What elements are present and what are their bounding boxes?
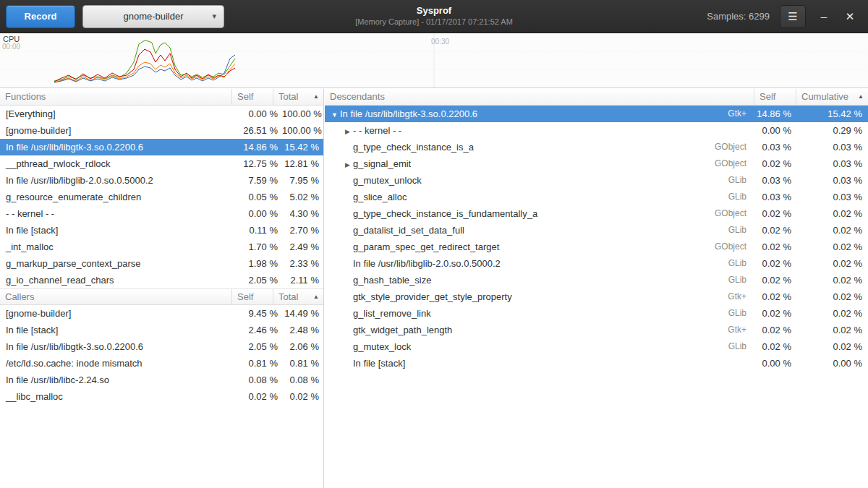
descendant-name: g_param_spec_get_redirect_target bbox=[353, 241, 499, 252]
self-percent: 12.75 % bbox=[241, 155, 282, 172]
tree-row[interactable]: g_datalist_id_set_data_fullGLib0.02 %0.0… bbox=[325, 222, 868, 239]
table-row[interactable]: In file [stack]2.46 %2.48 % bbox=[0, 322, 323, 338]
tree-row[interactable]: In file /usr/lib/libglib-2.0.so.0.5000.2… bbox=[325, 255, 868, 272]
tree-row[interactable]: g_hash_table_sizeGLib0.02 %0.02 % bbox=[325, 272, 868, 288]
tree-row[interactable]: g_mutex_unlockGLib0.03 %0.03 % bbox=[325, 172, 868, 189]
menu-button[interactable]: ☰ bbox=[780, 5, 806, 28]
table-row[interactable]: [Everything]0.00 %100.00 % bbox=[0, 106, 323, 122]
self-percent: 0.11 % bbox=[241, 222, 282, 239]
descendants-self-column-header[interactable]: Self bbox=[754, 89, 796, 105]
cumulative-percent: 0.03 % bbox=[796, 139, 868, 155]
library-badge: GLib bbox=[696, 222, 754, 239]
descendant-name: In file /usr/lib/libglib-2.0.so.0.5000.2 bbox=[353, 258, 501, 269]
tree-row[interactable]: ▶- - kernel - -0.00 %0.29 % bbox=[325, 122, 868, 139]
self-percent: 14.86 % bbox=[241, 139, 282, 155]
expander-open-icon[interactable]: ▼ bbox=[329, 107, 340, 122]
descendants-column-header[interactable]: Descendants bbox=[325, 89, 754, 105]
samples-count: Samples: 6299 bbox=[707, 11, 770, 22]
descendant-name-cell: ▶g_signal_emit bbox=[325, 155, 696, 172]
tree-row[interactable]: g_slice_allocGLib0.03 %0.03 % bbox=[325, 189, 868, 205]
tree-row[interactable]: g_type_check_instance_is_aGObject0.03 %0… bbox=[325, 139, 868, 155]
tree-row[interactable]: gtk_style_provider_get_style_propertyGtk… bbox=[325, 288, 868, 305]
descendant-name: gtk_widget_path_length bbox=[353, 325, 452, 335]
tree-row[interactable]: g_param_spec_get_redirect_targetGObject0… bbox=[325, 239, 868, 255]
tree-row[interactable]: ▶g_signal_emitGObject0.02 %0.03 % bbox=[325, 155, 868, 172]
self-percent: 0.02 % bbox=[754, 255, 796, 272]
minimize-button[interactable]: – bbox=[816, 10, 832, 22]
self-percent: 26.51 % bbox=[241, 122, 282, 139]
cpu-graph[interactable]: CPU 00:00 00:30 bbox=[0, 33, 868, 88]
library-badge: GLib bbox=[696, 305, 754, 322]
self-percent: 0.00 % bbox=[754, 122, 796, 139]
total-percent: 7.95 % bbox=[282, 172, 323, 189]
descendant-name-cell: g_type_check_instance_is_fundamentally_a bbox=[325, 205, 696, 222]
target-selector-dropdown[interactable]: gnome-builder ▾ bbox=[82, 5, 224, 28]
table-row[interactable]: In file /usr/lib/libgtk-3.so.0.2200.62.0… bbox=[0, 338, 323, 355]
total-percent: 5.02 % bbox=[282, 189, 323, 205]
descendant-name: In file /usr/lib/libgtk-3.so.0.2200.6 bbox=[340, 108, 477, 119]
descendant-name-cell: g_slice_alloc bbox=[325, 189, 696, 205]
functions-column-header[interactable]: Functions bbox=[0, 89, 231, 105]
expander-closed-icon[interactable]: ▶ bbox=[342, 157, 353, 172]
self-percent: 0.02 % bbox=[754, 288, 796, 305]
total-percent: 12.81 % bbox=[282, 155, 323, 172]
self-percent: 0.00 % bbox=[241, 205, 282, 222]
table-row[interactable]: In file /usr/lib/libc-2.24.so0.08 %0.08 … bbox=[0, 372, 323, 388]
descendant-name-cell: In file [stack] bbox=[325, 355, 696, 372]
tree-row[interactable]: ▼In file /usr/lib/libgtk-3.so.0.2200.6Gt… bbox=[325, 106, 868, 122]
function-name: _int_malloc bbox=[0, 239, 241, 255]
table-row[interactable]: /etc/ld.so.cache: inode mismatch0.81 %0.… bbox=[0, 355, 323, 372]
library-badge: GLib bbox=[696, 255, 754, 272]
table-row[interactable]: __libc_malloc0.02 %0.02 % bbox=[0, 388, 323, 405]
total-percent: 0.08 % bbox=[282, 372, 323, 388]
function-name: - - kernel - - bbox=[0, 205, 241, 222]
cumulative-percent: 0.02 % bbox=[796, 222, 868, 239]
table-row[interactable]: - - kernel - -0.00 %4.30 % bbox=[0, 205, 323, 222]
descendant-name: g_type_check_instance_is_fundamentally_a bbox=[353, 208, 537, 219]
descendant-name: g_signal_emit bbox=[353, 158, 411, 169]
callers-column-header[interactable]: Callers bbox=[0, 289, 231, 304]
self-percent: 14.86 % bbox=[754, 106, 796, 122]
table-row[interactable]: In file /usr/lib/libgtk-3.so.0.2200.614.… bbox=[0, 139, 323, 155]
table-row[interactable]: g_io_channel_read_chars2.05 %2.11 % bbox=[0, 272, 323, 288]
self-percent: 0.05 % bbox=[241, 189, 282, 205]
function-name: __libc_malloc bbox=[0, 388, 241, 405]
table-row[interactable]: [gnome-builder]9.45 %14.49 % bbox=[0, 305, 323, 322]
function-name: g_resource_enumerate_children bbox=[0, 189, 241, 205]
functions-total-column-header[interactable]: ▲ Total bbox=[273, 89, 323, 105]
expander-closed-icon[interactable]: ▶ bbox=[342, 124, 353, 139]
record-button[interactable]: Record bbox=[6, 5, 75, 28]
functions-self-column-header[interactable]: Self bbox=[231, 89, 273, 105]
self-percent: 0.02 % bbox=[754, 155, 796, 172]
self-percent: 0.02 % bbox=[754, 322, 796, 338]
table-row[interactable]: _int_malloc1.70 %2.49 % bbox=[0, 239, 323, 255]
callers-total-column-header[interactable]: ▲ Total bbox=[273, 289, 323, 304]
table-row[interactable]: g_resource_enumerate_children0.05 %5.02 … bbox=[0, 189, 323, 205]
library-badge: Gtk+ bbox=[696, 322, 754, 338]
self-percent: 2.05 % bbox=[241, 338, 282, 355]
tree-row[interactable]: In file [stack]0.00 %0.00 % bbox=[325, 355, 868, 372]
table-row[interactable]: In file /usr/lib/libglib-2.0.so.0.5000.2… bbox=[0, 172, 323, 189]
self-percent: 7.59 % bbox=[241, 172, 282, 189]
library-badge: GLib bbox=[696, 172, 754, 189]
table-row[interactable]: g_markup_parse_context_parse1.98 %2.33 % bbox=[0, 255, 323, 272]
table-row[interactable]: __pthread_rwlock_rdlock12.75 %12.81 % bbox=[0, 155, 323, 172]
total-percent: 2.70 % bbox=[282, 222, 323, 239]
left-pane: Functions Self ▲ Total [Everything]0.00 … bbox=[0, 89, 324, 488]
tree-row[interactable]: gtk_widget_path_lengthGtk+0.02 %0.02 % bbox=[325, 322, 868, 338]
total-percent: 2.49 % bbox=[282, 239, 323, 255]
callers-self-column-header[interactable]: Self bbox=[231, 289, 273, 304]
descendant-name: g_datalist_id_set_data_full bbox=[353, 225, 464, 236]
target-selector-label: gnome-builder bbox=[123, 11, 183, 22]
cumulative-percent: 0.02 % bbox=[796, 205, 868, 222]
descendants-cumulative-column-header[interactable]: ▲ Cumulative bbox=[796, 89, 868, 105]
tree-row[interactable]: g_type_check_instance_is_fundamentally_a… bbox=[325, 205, 868, 222]
library-badge: Gtk+ bbox=[696, 106, 754, 122]
table-row[interactable]: [gnome-builder]26.51 %100.00 % bbox=[0, 122, 323, 139]
tree-row[interactable]: g_mutex_lockGLib0.02 %0.02 % bbox=[325, 338, 868, 355]
close-button[interactable]: ✕ bbox=[842, 10, 858, 23]
descendant-name-cell: g_param_spec_get_redirect_target bbox=[325, 239, 696, 255]
table-row[interactable]: In file [stack]0.11 %2.70 % bbox=[0, 222, 323, 239]
tree-row[interactable]: g_list_remove_linkGLib0.02 %0.02 % bbox=[325, 305, 868, 322]
descendant-name: g_mutex_lock bbox=[353, 341, 411, 352]
